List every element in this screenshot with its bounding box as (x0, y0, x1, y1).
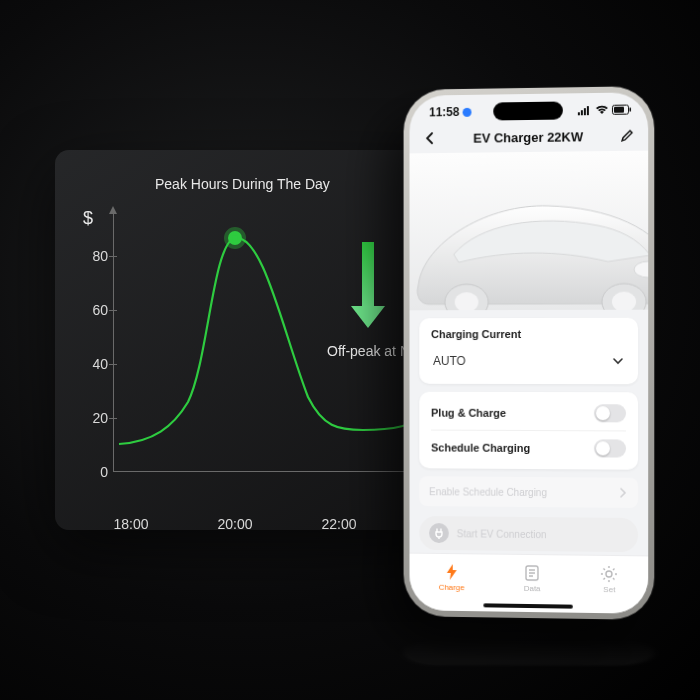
tab-charge-label: Charge (439, 583, 465, 592)
document-icon (523, 564, 541, 582)
schedule-charging-toggle[interactable] (594, 439, 626, 457)
hero-area (409, 151, 648, 311)
status-time: 11:58 (429, 105, 459, 119)
svg-rect-7 (630, 108, 632, 112)
arrow-down-icon (351, 242, 385, 332)
start-ev-label: Start EV Connection (457, 528, 547, 540)
schedule-charging-row: Schedule Charging (431, 430, 626, 466)
xtick-2: 22:00 (321, 516, 356, 532)
phone-screen: 11:58 EV Charger 22KW (409, 92, 648, 614)
app-header: EV Charger 22KW (409, 120, 648, 153)
chevron-right-icon (618, 488, 628, 498)
plug-and-charge-row: Plug & Charge (431, 396, 626, 431)
charging-current-label: Charging Current (431, 328, 626, 340)
back-button[interactable] (421, 129, 439, 147)
ytick-60: 60 (80, 302, 108, 318)
dynamic-island (493, 101, 563, 120)
tab-set-label: Set (603, 585, 615, 594)
edit-button[interactable] (618, 127, 636, 145)
enable-schedule-label: Enable Schedule Charging (429, 486, 547, 498)
car-illustration (409, 183, 648, 311)
ytick-0: 0 (80, 464, 108, 480)
bolt-icon (443, 563, 461, 581)
plug-and-charge-label: Plug & Charge (431, 407, 506, 419)
chart-line (113, 212, 453, 472)
battery-icon (612, 104, 632, 114)
status-icons (578, 104, 632, 115)
start-ev-button[interactable]: Start EV Connection (419, 516, 638, 552)
svg-point-17 (606, 571, 612, 577)
toggles-card: Plug & Charge Schedule Charging (419, 392, 638, 470)
svg-rect-3 (584, 108, 586, 115)
xtick-0: 18:00 (113, 516, 148, 532)
chart-ylabel: $ (83, 208, 93, 229)
plug-and-charge-toggle[interactable] (594, 404, 626, 422)
chevron-down-icon (612, 355, 624, 367)
ytick-20: 20 (80, 410, 108, 426)
svg-rect-2 (581, 110, 583, 115)
schedule-charging-label: Schedule Charging (431, 441, 530, 454)
chevron-left-icon (423, 131, 437, 145)
svg-point-0 (228, 231, 242, 245)
ytick-40: 40 (80, 356, 108, 372)
plug-icon (429, 523, 449, 543)
location-active-icon (462, 107, 471, 116)
tab-charge[interactable]: Charge (439, 563, 465, 592)
page-title: EV Charger 22KW (473, 129, 583, 145)
tab-data[interactable]: Data (523, 564, 541, 593)
pencil-icon (620, 129, 634, 143)
cellular-icon (578, 105, 592, 115)
ytick-80: 80 (80, 248, 108, 264)
phone-frame: 11:58 EV Charger 22KW (404, 86, 655, 620)
xtick-1: 20:00 (217, 516, 252, 532)
tab-set[interactable]: Set (600, 565, 618, 594)
tab-data-label: Data (524, 584, 541, 593)
chart-annotation-peak: Peak Hours During The Day (155, 176, 330, 192)
charging-current-card: Charging Current AUTO (419, 318, 638, 384)
charging-current-select[interactable]: AUTO (431, 348, 626, 374)
gear-icon (600, 565, 618, 583)
svg-rect-4 (587, 106, 589, 115)
wifi-icon (595, 105, 609, 115)
phone-reflection (404, 641, 655, 666)
svg-rect-1 (578, 112, 580, 115)
svg-rect-6 (614, 107, 624, 113)
charging-current-value: AUTO (433, 354, 466, 368)
enable-schedule-row[interactable]: Enable Schedule Charging (419, 476, 638, 508)
